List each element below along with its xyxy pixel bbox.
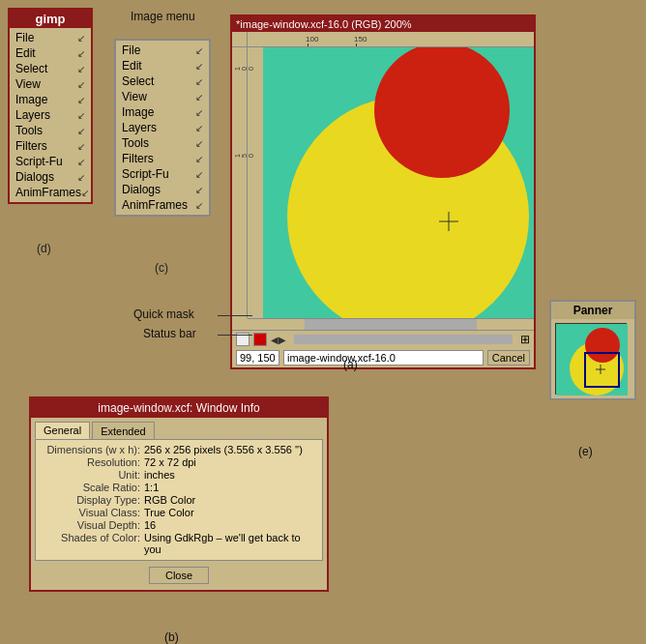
info-row: Shades of Color:Using GdkRgb – we'll get…: [44, 532, 314, 555]
quick-mask-button-2[interactable]: [253, 333, 267, 346]
svg-point-7: [585, 328, 620, 363]
info-row: Scale Ratio:1:1: [44, 482, 314, 493]
menu-arrow: ↙: [195, 92, 203, 102]
info-value: 16: [144, 519, 156, 531]
status-coords: 99, 150: [236, 350, 279, 366]
info-value: inches: [144, 469, 175, 481]
menu-arrow: ↙: [195, 76, 203, 87]
close-button[interactable]: Close: [149, 567, 209, 584]
image-menu-item-view[interactable]: View↙: [120, 89, 205, 104]
quick-mask-annotation: Quick mask: [133, 307, 194, 321]
image-window-title: *image-window.xcf-16.0 (RGB) 200%: [232, 16, 534, 32]
image-menu-item-tools[interactable]: Tools↙: [120, 135, 205, 151]
toolbox-menu-item-tools[interactable]: Tools↙: [14, 123, 87, 138]
toolbox-menu-item-image[interactable]: Image↙: [14, 92, 87, 107]
menu-arrow: ↙: [77, 48, 85, 59]
image-menu-panel: File↙Edit↙Select↙View↙Image↙Layers↙Tools…: [114, 39, 211, 217]
menu-arrow: ↙: [77, 126, 85, 136]
quick-mask-arrow-line: [218, 315, 252, 316]
tab-extended[interactable]: Extended: [92, 422, 154, 439]
image-menu-item-layers[interactable]: Layers↙: [120, 120, 205, 135]
window-info-title: image-window.xcf: Window Info: [31, 398, 327, 418]
image-menu-item-edit[interactable]: Edit↙: [120, 58, 205, 73]
image-menu-item-animframes[interactable]: AnimFrames↙: [120, 197, 205, 213]
image-menu-annotation: Image menu: [131, 10, 195, 23]
info-label: Scale Ratio:: [44, 482, 140, 493]
info-label: Visual Depth:: [44, 519, 140, 531]
toolbox-label: (d): [37, 240, 51, 257]
panner-canvas[interactable]: [555, 323, 627, 395]
info-label: Dimensions (w x h):: [44, 444, 140, 455]
status-bar-annotation: Status bar: [143, 327, 196, 340]
menu-arrow: ↙: [195, 138, 203, 149]
menu-arrow: ↙: [195, 200, 203, 211]
horizontal-scrollbar[interactable]: [248, 318, 534, 330]
cancel-button[interactable]: Cancel: [487, 350, 530, 366]
toolbox-title: gimp: [10, 10, 91, 28]
info-value: Using GdkRgb – we'll get back to you: [144, 532, 314, 555]
menu-arrow: ↙: [195, 185, 203, 195]
menu-arrow: ↙: [195, 123, 203, 133]
image-menu-item-select[interactable]: Select↙: [120, 73, 205, 89]
status-bar: 99, 150 image-window.xcf-16.0 Cancel: [232, 348, 534, 367]
info-value: 1:1: [144, 482, 159, 493]
image-menu-item-script-fu[interactable]: Script-Fu↙: [120, 166, 205, 182]
panner-box: Panner: [549, 300, 636, 400]
toolbox-menu-item-file[interactable]: File↙: [14, 30, 87, 45]
panner-svg: [556, 324, 628, 395]
info-label: Display Type:: [44, 494, 140, 506]
menu-arrow: ↙: [195, 154, 203, 164]
info-value: 256 x 256 pixels (3.556 x 3.556 ''): [144, 444, 303, 455]
panner-title: Panner: [551, 302, 634, 319]
expand-icon[interactable]: ⊞: [520, 333, 530, 346]
toolbox-menu-item-layers[interactable]: Layers↙: [14, 107, 87, 123]
toolbox-menu-item-script-fu[interactable]: Script-Fu↙: [14, 154, 87, 169]
menu-arrow: ↙: [77, 33, 85, 44]
menu-arrow: ↙: [195, 61, 203, 72]
info-label: Resolution:: [44, 456, 140, 468]
image-canvas-area: 100 150 100 150: [232, 32, 534, 330]
image-window: *image-window.xcf-16.0 (RGB) 200% 100 15…: [230, 15, 536, 369]
canvas[interactable]: [263, 47, 534, 318]
info-row: Display Type:RGB Color: [44, 494, 314, 506]
info-row: Unit:inches: [44, 469, 314, 481]
gimp-toolbox: gimp File↙Edit↙Select↙View↙Image↙Layers↙…: [8, 8, 93, 204]
close-row: Close: [31, 561, 327, 590]
toolbox-menu-item-dialogs[interactable]: Dialogs↙: [14, 169, 87, 185]
info-row: Dimensions (w x h):256 x 256 pixels (3.5…: [44, 444, 314, 455]
panner-label: (e): [578, 443, 593, 460]
window-info-dialog: image-window.xcf: Window Info General Ex…: [29, 396, 329, 592]
quick-mask-bar: ◀▶ ⊞: [232, 330, 534, 348]
image-menu-item-file[interactable]: File↙: [120, 43, 205, 58]
toolbox-menu-item-animframes[interactable]: AnimFrames↙: [14, 185, 87, 200]
info-value: RGB Color: [144, 494, 195, 506]
canvas-svg: [263, 47, 534, 318]
toolbox-menu-item-edit[interactable]: Edit↙: [14, 45, 87, 61]
image-menu-item-image[interactable]: Image↙: [120, 104, 205, 120]
toolbox-menu-item-filters[interactable]: Filters↙: [14, 138, 87, 154]
menu-arrow: ↙: [195, 169, 203, 180]
menu-arrow: ↙: [195, 107, 203, 118]
toolbox-menu-item-view[interactable]: View↙: [14, 76, 87, 92]
menu-arrow: ↙: [77, 79, 85, 90]
toolbox-menu: File↙Edit↙Select↙View↙Image↙Layers↙Tools…: [10, 28, 91, 202]
horizontal-scroll-2[interactable]: [294, 335, 513, 344]
info-row: Resolution:72 x 72 dpi: [44, 456, 314, 468]
tab-general[interactable]: General: [35, 422, 90, 439]
image-menu-items: File↙Edit↙Select↙View↙Image↙Layers↙Tools…: [116, 41, 209, 215]
svg-point-2: [374, 47, 510, 178]
ruler-left: 100 150: [232, 47, 248, 318]
menu-arrow: ↙: [77, 64, 85, 74]
window-info-tabs: General Extended: [31, 418, 327, 439]
toolbox-menu-item-select[interactable]: Select↙: [14, 61, 87, 76]
image-menu-item-dialogs[interactable]: Dialogs↙: [120, 182, 205, 197]
menu-arrow: ↙: [195, 45, 203, 56]
window-info-label: (b): [164, 629, 179, 644]
menu-arrow: ↙: [77, 95, 85, 105]
status-bar-arrow-line: [218, 335, 252, 336]
image-menu-item-filters[interactable]: Filters↙: [120, 151, 205, 166]
menu-arrow: ↙: [77, 157, 85, 167]
info-row: Visual Class:True Color: [44, 507, 314, 518]
status-filename: image-window.xcf-16.0: [283, 350, 484, 366]
info-value: 72 x 72 dpi: [144, 456, 196, 468]
